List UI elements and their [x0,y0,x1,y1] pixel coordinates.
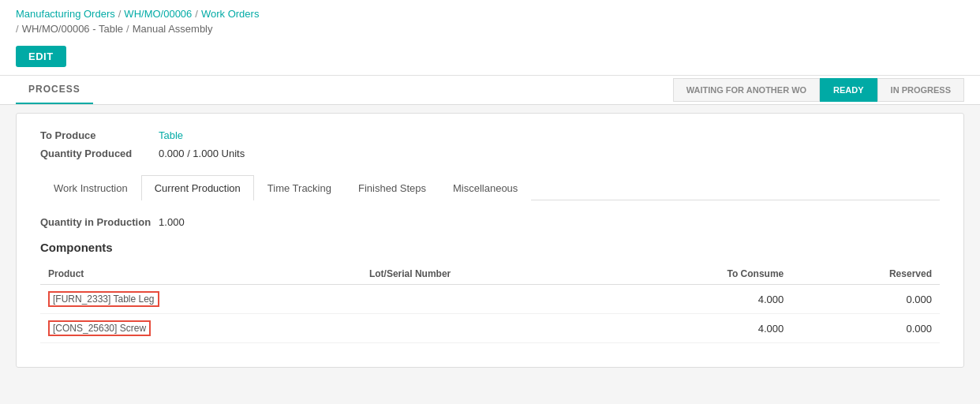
breadcrumb-work-orders[interactable]: Work Orders [201,8,259,20]
status-bar: PROCESS WAITING FOR ANOTHER WO READY IN … [0,76,980,105]
breadcrumb-mo-number[interactable]: WH/MO/00006 [124,8,192,20]
tab-miscellaneous[interactable]: Miscellaneous [440,175,531,200]
breadcrumb-sep-4: / [126,23,129,35]
status-pill-in-progress[interactable]: IN PROGRESS [877,78,964,102]
status-pills: WAITING FOR ANOTHER WO READY IN PROGRESS [673,78,964,102]
lot-serial-cell-1 [361,285,608,314]
table-row: [CONS_25630] Screw 4.000 0.000 [40,314,940,343]
current-production-section: Quantity in Production 1.000 Components … [40,216,940,343]
to-consume-cell-1: 4.000 [608,285,792,314]
sub-breadcrumb-highlighted: Manual Assembly [133,23,213,35]
breadcrumb-manufacturing-orders[interactable]: Manufacturing Orders [16,8,115,20]
process-label: PROCESS [16,76,93,104]
status-pill-ready[interactable]: READY [820,78,877,102]
quantity-produced-row: Quantity Produced 0.000 / 1.000 Units [40,148,940,159]
breadcrumb-sep-1: / [118,8,122,20]
to-produce-row: To Produce Table [40,129,940,141]
reserved-cell-1: 0.000 [791,285,940,314]
product-cell-1: [FURN_2333] Table Leg [40,285,361,314]
to-produce-label: To Produce [40,129,151,141]
to-consume-cell-2: 4.000 [608,314,792,343]
breadcrumb-sep-2: / [195,8,198,20]
edit-button[interactable]: EDIT [16,46,66,67]
reserved-cell-2: 0.000 [791,314,940,343]
col-product: Product [40,264,361,285]
content-area: To Produce Table Quantity Produced 0.000… [16,113,964,368]
sub-breadcrumb-mo-table: WH/MO/00006 - Table [22,23,123,35]
col-to-consume: To Consume [608,264,792,285]
tab-current-production[interactable]: Current Production [141,175,254,200]
quantity-produced-label: Quantity Produced [40,148,151,159]
to-produce-value[interactable]: Table [159,129,183,141]
product-cell-2: [CONS_25630] Screw [40,314,361,343]
components-table: Product Lot/Serial Number To Consume Res… [40,264,940,343]
quantity-in-production-row: Quantity in Production 1.000 [40,216,940,228]
lot-serial-cell-2 [361,314,608,343]
quantity-in-production-label: Quantity in Production [40,216,151,228]
col-lot-serial: Lot/Serial Number [361,264,608,285]
tab-finished-steps[interactable]: Finished Steps [345,175,440,200]
breadcrumb: Manufacturing Orders / WH/MO/00006 / Wor… [16,8,964,20]
quantity-produced-value: 0.000 / 1.000 Units [159,148,245,159]
table-header-row: Product Lot/Serial Number To Consume Res… [40,264,940,285]
col-reserved: Reserved [791,264,940,285]
table-row: [FURN_2333] Table Leg 4.000 0.000 [40,285,940,314]
quantity-in-production-value: 1.000 [159,216,185,228]
field-group: To Produce Table Quantity Produced 0.000… [40,129,940,159]
tab-work-instruction[interactable]: Work Instruction [40,175,141,200]
breadcrumb-sep-3: / [16,23,19,35]
tabs-container: Work Instruction Current Production Time… [40,175,940,200]
toolbar: EDIT [16,38,964,75]
tab-time-tracking[interactable]: Time Tracking [254,175,345,200]
components-title: Components [40,241,940,254]
sub-breadcrumb: / WH/MO/00006 - Table / Manual Assembly [16,20,964,38]
top-bar: Manufacturing Orders / WH/MO/00006 / Wor… [0,0,980,76]
status-pill-waiting[interactable]: WAITING FOR ANOTHER WO [673,78,820,102]
